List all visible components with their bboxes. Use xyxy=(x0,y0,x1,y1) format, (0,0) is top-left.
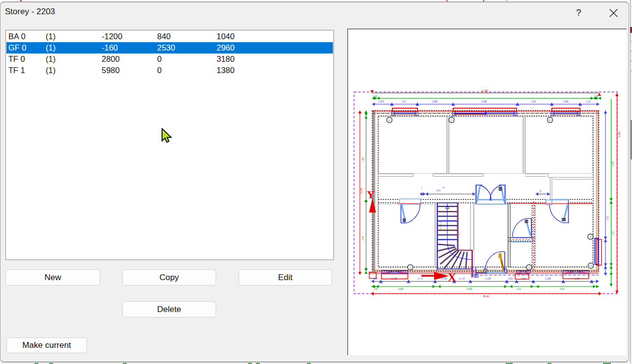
svg-text:.175: .175 xyxy=(373,288,378,290)
svg-text:1.7 6: 1.7 6 xyxy=(417,278,423,280)
svg-text:1.80: 1.80 xyxy=(531,101,536,103)
svg-text:1.01: 1.01 xyxy=(517,288,521,290)
svg-text:3.065: 3.065 xyxy=(398,288,404,290)
svg-text:3.06: 3.06 xyxy=(362,236,364,240)
svg-text:1.435: 1.435 xyxy=(485,278,491,280)
svg-text:1.30: 1.30 xyxy=(612,231,614,235)
svg-text:1.375: 1.375 xyxy=(378,101,384,103)
svg-text:1.01: 1.01 xyxy=(436,189,440,192)
svg-text:1.50: 1.50 xyxy=(594,95,598,98)
svg-text:3.375: 3.375 xyxy=(360,187,363,194)
svg-text:0.50: 0.50 xyxy=(508,278,513,280)
svg-text:U: U xyxy=(450,119,452,122)
svg-text:9.185: 9.185 xyxy=(482,89,488,92)
svg-text:1.01: 1.01 xyxy=(586,101,591,103)
svg-text:1.1 07: 1.1 07 xyxy=(459,278,465,280)
svg-text:U: U xyxy=(528,266,530,269)
svg-text:5.635: 5.635 xyxy=(467,288,472,290)
svg-text:3.065: 3.065 xyxy=(612,161,614,167)
svg-text:3.385: 3.385 xyxy=(481,101,487,103)
svg-text:0.755: 0.755 xyxy=(441,278,447,280)
svg-text:1.01: 1.01 xyxy=(402,101,406,103)
svg-text:X: X xyxy=(447,270,457,285)
svg-text:1.065: 1.065 xyxy=(545,278,551,280)
svg-text:1: 1 xyxy=(421,187,423,189)
svg-text:Y: Y xyxy=(367,188,375,201)
svg-text:2 i: 2 i xyxy=(531,107,534,110)
svg-text:U: U xyxy=(409,266,411,269)
svg-text:.9: .9 xyxy=(539,190,541,192)
svg-text:U: U xyxy=(549,119,551,122)
svg-text:1.885: 1.885 xyxy=(432,101,438,103)
svg-text:U: U xyxy=(388,119,390,122)
svg-text:U: U xyxy=(590,264,592,267)
svg-text:4.26: 4.26 xyxy=(560,288,564,290)
svg-text:1.48: 1.48 xyxy=(362,157,364,162)
svg-text:4.505: 4.505 xyxy=(618,131,621,137)
svg-text:1.30: 1.30 xyxy=(606,216,609,221)
svg-text:1.48: 1.48 xyxy=(373,95,377,98)
svg-text:1.485: 1.485 xyxy=(563,101,569,103)
svg-text:.88: .88 xyxy=(442,186,445,189)
svg-text:.685: .685 xyxy=(373,278,378,280)
svg-text:15.49: 15.49 xyxy=(483,295,489,298)
